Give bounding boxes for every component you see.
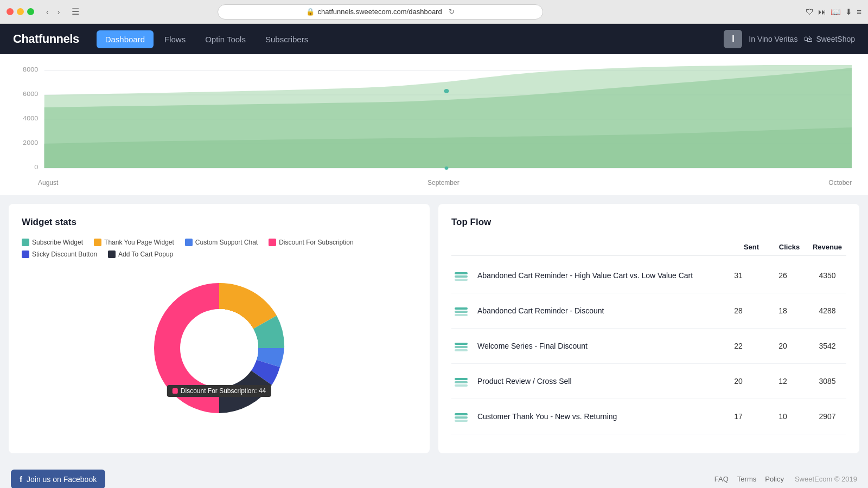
- browser-actions: 🛡 ⏭ 📖 ⬇ ≡: [806, 7, 861, 17]
- svg-point-11: [445, 166, 449, 170]
- legend-label-thankyou: Thank You Page Widget: [104, 239, 174, 246]
- address-bar[interactable]: 🔒 chatfunnels.sweetecom.com/dashboard ↻: [218, 4, 543, 20]
- back-button[interactable]: ‹: [43, 7, 52, 17]
- svg-rect-19: [455, 275, 468, 278]
- flow-row: Welcome Series - Final Discount 22 20 35…: [451, 329, 846, 364]
- legend-label-cart: Add To Cart Popup: [118, 251, 173, 258]
- header-right: I In Vino Veritas 🛍 SweetShop: [724, 30, 855, 48]
- chart-labels: August September October: [16, 176, 852, 187]
- flow-sent-1: 28: [719, 306, 757, 315]
- svg-rect-27: [455, 378, 468, 380]
- flow-name-0: Abandoned Cart Reminder - High Value Car…: [477, 271, 713, 280]
- top-flow-title: Top Flow: [451, 217, 846, 228]
- shop-name-label: SweetShop: [816, 35, 855, 43]
- flow-sent-4: 17: [719, 412, 757, 421]
- legend-custom-support: Custom Support Chat: [185, 239, 258, 246]
- app-header: Chatfunnels Dashboard Flows Optin Tools …: [0, 24, 868, 54]
- fullscreen-traffic-light[interactable]: [27, 8, 34, 15]
- svg-rect-24: [455, 343, 468, 345]
- flow-icon-1: [451, 301, 471, 320]
- footer-links: FAQ Terms Policy: [714, 475, 784, 483]
- user-initial: I: [732, 34, 734, 44]
- media-button[interactable]: ⏭: [818, 7, 826, 17]
- svg-rect-29: [455, 384, 468, 387]
- extensions-button[interactable]: 🛡: [806, 7, 814, 17]
- donut-svg: [138, 267, 301, 429]
- footer-right: FAQ Terms Policy SweetEcom © 2019: [714, 475, 857, 483]
- minimize-traffic-light[interactable]: [17, 8, 24, 15]
- download-button[interactable]: ⬇: [845, 7, 852, 17]
- facebook-icon: f: [20, 474, 22, 484]
- brand-name: Chatfunnels: [13, 32, 79, 46]
- flow-name-2: Welcome Series - Final Discount: [477, 342, 713, 350]
- globe-icon: 🔒: [306, 8, 315, 16]
- svg-rect-21: [455, 307, 468, 310]
- legend-discount-sub: Discount For Subscription: [269, 239, 353, 246]
- svg-text:2000: 2000: [23, 139, 39, 146]
- refresh-button[interactable]: ↻: [449, 8, 455, 16]
- legend-dot-discount-sub: [269, 239, 276, 246]
- svg-rect-25: [455, 346, 468, 348]
- nav-arrows: ‹ ›: [43, 7, 63, 17]
- legend-label-discount-sub: Discount For Subscription: [279, 239, 353, 246]
- flow-revenue-1: 4288: [808, 306, 846, 315]
- facebook-button-label: Join us on Facebook: [27, 475, 97, 484]
- flow-revenue-2: 3542: [808, 342, 846, 350]
- browser-chrome: ‹ › ☰ 🔒 chatfunnels.sweetecom.com/dashbo…: [0, 0, 868, 24]
- flow-sent-0: 31: [719, 271, 757, 280]
- legend-label-sticky: Sticky Discount Button: [32, 251, 97, 258]
- flow-sent-3: 20: [719, 377, 757, 386]
- flow-icon-4: [451, 407, 471, 426]
- flow-clicks-2: 20: [764, 342, 802, 350]
- nav-menu: Dashboard Flows Optin Tools Subscribers: [97, 30, 317, 48]
- flow-revenue-0: 4350: [808, 271, 846, 280]
- legend-sticky-discount: Sticky Discount Button: [22, 251, 97, 258]
- footer-copyright: SweetEcom © 2019: [795, 475, 857, 483]
- legend-dot-support: [185, 239, 193, 246]
- user-avatar: I: [724, 30, 742, 48]
- forward-button[interactable]: ›: [54, 7, 63, 17]
- col-header-sent: Sent: [732, 243, 770, 251]
- close-traffic-light[interactable]: [7, 8, 14, 15]
- layers-icon-0: [452, 267, 470, 284]
- svg-text:4000: 4000: [23, 115, 39, 122]
- legend-label-support: Custom Support Chat: [195, 239, 258, 246]
- footer-policy[interactable]: Policy: [765, 475, 784, 483]
- col-header-revenue: Revenue: [808, 243, 846, 251]
- svg-rect-23: [455, 314, 468, 316]
- footer-faq[interactable]: FAQ: [714, 475, 729, 483]
- area-chart: 8000 6000 4000 2000 0 August September: [16, 65, 852, 184]
- donut-chart-container: Discount For Subscription: 44: [138, 267, 301, 429]
- nav-flows[interactable]: Flows: [156, 30, 194, 48]
- facebook-button[interactable]: f Join us on Facebook: [11, 470, 105, 488]
- legend-thankyou-widget: Thank You Page Widget: [94, 239, 174, 246]
- svg-text:0: 0: [34, 164, 38, 171]
- legend-dot-sticky: [22, 251, 29, 258]
- donut-tooltip: Discount For Subscription: 44: [167, 385, 271, 397]
- legend-dot-subscribe: [22, 239, 29, 246]
- nav-optin-tools[interactable]: Optin Tools: [196, 30, 254, 48]
- footer: f Join us on Facebook FAQ Terms Policy S…: [0, 462, 868, 488]
- widget-stats-card: Widget stats Subscribe Widget Thank You …: [9, 204, 430, 453]
- flow-icon-0: [451, 266, 471, 285]
- menu-button[interactable]: ≡: [857, 7, 861, 17]
- flow-icon-3: [451, 371, 471, 391]
- bookmarks-button[interactable]: 📖: [831, 7, 841, 17]
- chart-label-september: September: [427, 179, 459, 187]
- flow-row: Customer Thank You - New vs. Returning 1…: [451, 399, 846, 434]
- legend-label-subscribe: Subscribe Widget: [32, 239, 83, 246]
- nav-dashboard[interactable]: Dashboard: [97, 30, 154, 48]
- tooltip-dot: [173, 388, 178, 394]
- svg-rect-30: [455, 413, 468, 415]
- url-text: chatfunnels.sweetecom.com/dashboard: [318, 8, 442, 16]
- chart-label-august: August: [38, 179, 58, 187]
- flow-clicks-1: 18: [764, 306, 802, 315]
- user-name: In Vino Veritas: [749, 35, 797, 43]
- nav-subscribers[interactable]: Subscribers: [257, 30, 317, 48]
- flow-table-header: Sent Clicks Revenue: [451, 239, 846, 256]
- footer-terms[interactable]: Terms: [737, 475, 756, 483]
- flow-revenue-3: 3085: [808, 377, 846, 386]
- flow-clicks-0: 26: [764, 271, 802, 280]
- svg-rect-22: [455, 311, 468, 313]
- sidebar-toggle-button[interactable]: ☰: [67, 5, 84, 18]
